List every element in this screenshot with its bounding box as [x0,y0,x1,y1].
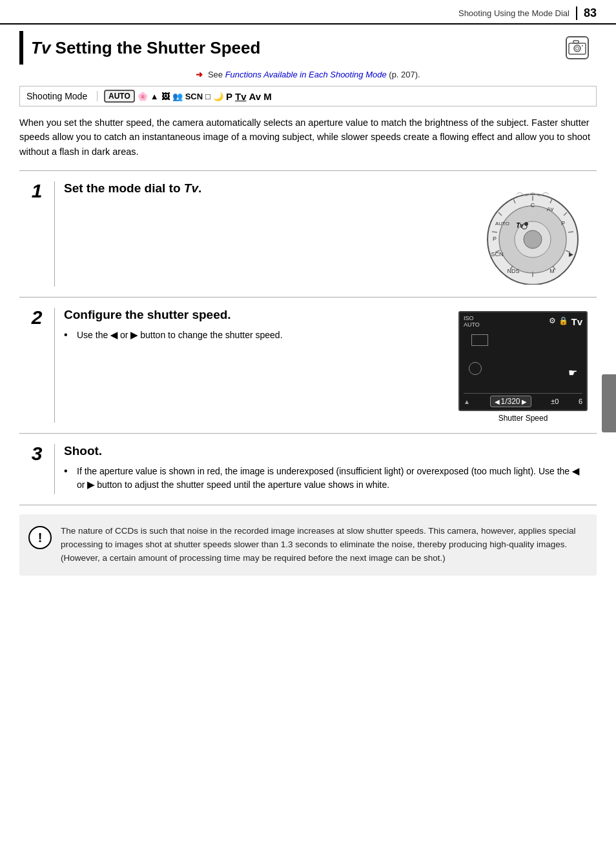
screen-ev-value: ±0 [551,398,559,405]
step-1-layout: Set the mode dial to Tv. [64,181,588,287]
main-content: Tv Setting the Shutter Speed ➜ See Funct… [0,25,616,589]
step-3: 3 Shoot. If the aperture value is shown … [19,434,597,505]
svg-text:AUTO: AUTO [495,221,509,227]
svg-text:M: M [549,268,555,274]
screen-left-arrow: ▲ [464,398,470,405]
see-reference: ➜ See Functions Available in Each Shooti… [19,70,597,79]
step-2-text: Configure the shutter speed. Use the ◀ o… [64,308,449,345]
focus-circle [469,362,482,375]
mode-av: Av [249,91,262,102]
arrow-left-2: ◀ [572,466,579,476]
page-number: 83 [576,6,597,20]
svg-point-8 [524,230,542,248]
reference-arrow: ➜ [196,70,203,79]
svg-text:P: P [493,236,497,242]
step-3-content: Shoot. If the aperture value is shown in… [55,444,597,494]
step-3-bullets: If the aperture value is shown in red, t… [64,465,588,492]
svg-text:Av: Av [547,206,554,212]
screen-middle: ☛ [464,329,582,393]
step-2-image: ISO AUTO ⚙ 🔒 Tv [458,308,588,423]
shutter-number: 1/320 [501,397,520,406]
title-section: Tv Setting the Shutter Speed [19,31,597,65]
camera-icon [566,36,589,59]
mode-auto: AUTO [104,90,135,103]
step-3-number: 3 [19,444,55,494]
title-tv: Tv [31,38,50,57]
step-2-bullets: Use the ◀ or ▶ button to change the shut… [64,328,449,342]
step-2-number: 2 [19,308,55,423]
shooting-mode-label: Shooting Mode [26,91,98,101]
step-1-image: C Av P Tv AUTO P SCN NDS M ▶ [478,181,588,287]
svg-point-2 [576,47,579,50]
svg-rect-3 [573,41,579,43]
step-1-text: Set the mode dial to Tv. [64,181,469,202]
step-1: 1 Set the mode dial to Tv. [19,171,597,298]
step-2: 2 Configure the shutter speed. Use the ◀… [19,298,597,434]
side-tab [602,374,616,432]
mode-icon-frame: 🖼 [161,92,170,101]
mode-icon-stitch: □ [205,92,210,101]
svg-line-12 [568,232,573,232]
step-2-layout: Configure the shutter speed. Use the ◀ o… [64,308,588,423]
svg-point-1 [574,45,580,52]
mode-m: M [263,91,272,102]
screen-aperture: 6 [579,398,582,405]
step-2-content: Configure the shutter speed. Use the ◀ o… [55,308,597,423]
mode-icon-night: 🌙 [213,92,223,101]
screen-tv-label: Tv [571,316,582,327]
svg-text:P: P [561,220,565,227]
note-text: The nature of CCDs is such that noise in… [61,525,588,565]
arrow-right-2: ▶ [87,479,94,490]
screen-rect-outline [471,334,488,346]
svg-text:Tv: Tv [516,222,524,229]
mode-icon-portrait: 🌸 [138,92,148,101]
arrow-left: ◀ [110,330,118,340]
step-3-title: Shoot. [64,444,588,458]
page-context: Shooting Using the Mode Dial [458,8,570,18]
screen-settings-icon: ⚙ [549,316,556,327]
screen-lock-icon: 🔒 [559,316,568,327]
mode-tv: Tv [235,91,247,102]
step-2-bullet-1: Use the ◀ or ▶ button to change the shut… [64,328,449,342]
step-3-bullet-1: If the aperture value is shown in red, t… [64,465,588,492]
svg-text:C: C [531,202,535,208]
step-2-title: Configure the shutter speed. [64,308,449,322]
svg-text:SCN: SCN [491,251,503,257]
note-box: ! The nature of CCDs is such that noise … [19,514,597,576]
screen-bottom-row: ▲ ◀ 1/320 ▶ ±0 6 [464,393,582,407]
page-title: Tv Setting the Shutter Speed [31,38,260,58]
camera-screen: ISO AUTO ⚙ 🔒 Tv [458,311,588,411]
mode-icon-landscape: ▲ [150,92,159,101]
mode-icons: AUTO 🌸 ▲ 🖼 👥 SCN □ 🌙 P Tv Av M [104,90,272,103]
shutter-speed-label: Shutter Speed [458,414,588,423]
reference-link[interactable]: Functions Available in Each Shooting Mod… [225,70,387,79]
step-1-content: Set the mode dial to Tv. [55,181,597,287]
steps-container: 1 Set the mode dial to Tv. [19,170,597,505]
shooting-mode-bar: Shooting Mode AUTO 🌸 ▲ 🖼 👥 SCN □ 🌙 P Tv … [19,86,597,106]
step-1-number: 1 [19,181,55,287]
mode-icon-group: 👥 [172,92,183,101]
note-icon: ! [28,526,52,549]
arrow-right: ▶ [130,330,138,340]
screen-iso: ISO [464,315,474,321]
mode-p: P [226,91,232,102]
mode-dial-image: C Av P Tv AUTO P SCN NDS M ▶ [478,181,588,285]
svg-line-18 [492,232,497,232]
mode-scn: SCN [185,92,203,101]
svg-text:NDS: NDS [507,268,519,274]
svg-text:▶: ▶ [569,251,573,257]
screen-shutter-value: ◀ 1/320 ▶ [490,396,531,407]
svg-point-32 [524,222,528,226]
page-header: Shooting Using the Mode Dial 83 [0,0,616,25]
svg-point-4 [582,45,583,46]
screen-icons-right: ⚙ 🔒 Tv [549,316,582,327]
stabilizer-icon: ☛ [568,367,577,379]
step-1-title: Set the mode dial to Tv. [64,181,469,196]
description: When you set the shutter speed, the came… [19,116,597,159]
